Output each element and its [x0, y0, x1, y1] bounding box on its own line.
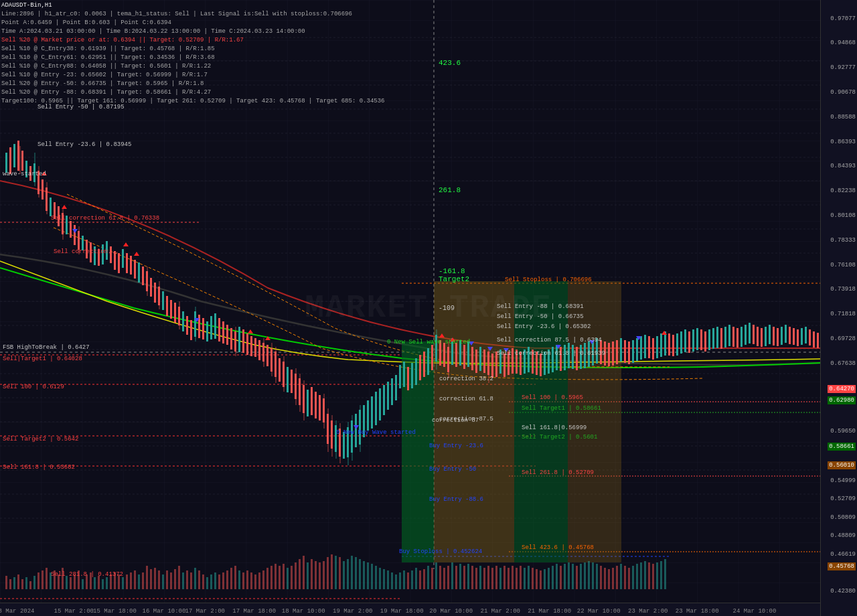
svg-rect-162	[367, 400, 369, 431]
time-mar23-18: 23 Mar 18:00	[676, 608, 719, 615]
svg-rect-214	[564, 345, 566, 370]
svg-rect-404	[512, 566, 514, 589]
svg-rect-226	[612, 341, 614, 366]
svg-rect-153	[343, 432, 345, 459]
svg-rect-193	[483, 350, 485, 373]
svg-rect-159	[359, 410, 361, 445]
svg-rect-401	[499, 568, 501, 589]
svg-rect-112	[230, 328, 232, 350]
svg-text:423.6: 423.6	[439, 59, 461, 67]
price-0586: 0.58661	[828, 443, 856, 451]
svg-rect-429	[612, 568, 614, 589]
svg-rect-231	[632, 340, 634, 363]
svg-rect-139	[307, 390, 309, 416]
svg-rect-330	[214, 572, 216, 589]
svg-rect-346	[279, 566, 281, 589]
svg-rect-328	[206, 577, 208, 589]
price-0783: 0.78333	[830, 237, 856, 244]
svg-rect-82	[126, 253, 128, 273]
svg-rect-293	[66, 576, 68, 589]
svg-rect-47	[9, 147, 11, 174]
svg-rect-312	[142, 572, 144, 589]
svg-rect-166	[383, 385, 385, 415]
svg-rect-373	[387, 570, 389, 589]
svg-text:-161.8: -161.8	[439, 267, 465, 275]
svg-text:Buy Entry -50: Buy Entry -50	[429, 466, 476, 473]
svg-rect-341	[258, 572, 260, 589]
svg-rect-358	[327, 557, 329, 589]
svg-rect-243	[680, 331, 682, 354]
price-0863: 0.86393	[830, 139, 856, 145]
svg-rect-91	[158, 287, 160, 305]
price-0970: 0.97077	[830, 15, 856, 22]
svg-rect-287	[42, 570, 44, 589]
svg-rect-218	[580, 345, 582, 369]
svg-rect-419	[572, 564, 574, 589]
svg-rect-111	[226, 325, 228, 345]
svg-text:Sell Target2 | 0.5601: Sell Target2 | 0.5601	[522, 434, 597, 441]
svg-text:Sell 423.6 | 0.45768: Sell 423.6 | 0.45768	[522, 544, 594, 551]
price-0643: 0.64270	[828, 385, 856, 393]
chart-area[interactable]: 423.6 261.8 -161.8 Target2 -109	[0, 0, 820, 603]
price-0718: 0.71818	[830, 311, 856, 317]
svg-rect-387	[443, 568, 445, 589]
price-0739: 0.73918	[830, 286, 856, 293]
svg-rect-58	[42, 179, 44, 200]
svg-rect-120	[258, 340, 260, 360]
time-mar22-10: 22 Mar 10:00	[577, 608, 621, 615]
svg-text:Sell Target1 | 0.58661: Sell Target1 | 0.58661	[522, 405, 601, 412]
svg-rect-377	[403, 570, 405, 589]
svg-rect-95	[170, 300, 172, 319]
svg-rect-407	[524, 568, 526, 589]
svg-rect-375	[395, 574, 397, 589]
svg-rect-133	[295, 374, 297, 399]
svg-rect-363	[347, 559, 349, 589]
svg-rect-300	[94, 577, 96, 589]
svg-rect-273	[801, 328, 803, 345]
svg-rect-230	[628, 341, 630, 364]
svg-rect-278	[5, 576, 7, 589]
svg-rect-354	[311, 559, 313, 589]
price-0822: 0.82238	[830, 187, 856, 194]
svg-rect-199	[503, 354, 505, 377]
svg-rect-176	[423, 352, 425, 377]
svg-rect-321	[178, 566, 180, 589]
svg-rect-371	[379, 568, 381, 589]
svg-rect-132	[291, 370, 293, 393]
svg-text:Sell|Target1 | 0.64028: Sell|Target1 | 0.64028	[3, 356, 82, 362]
svg-rect-196	[491, 354, 493, 378]
svg-rect-396	[479, 566, 481, 589]
svg-rect-192	[479, 347, 481, 371]
time-mar21-2: 21 Mar 2:00	[481, 608, 520, 615]
svg-rect-368	[367, 562, 369, 589]
svg-rect-249	[704, 331, 706, 352]
price-0423: 0.42380	[830, 588, 856, 595]
price-0697: 0.69728	[830, 335, 856, 342]
time-scale: 8 Mar 2024 15 Mar 2:00 15 Mar 18:00 16 M…	[0, 603, 820, 616]
svg-rect-437	[644, 561, 646, 589]
svg-rect-246	[692, 329, 694, 352]
svg-rect-256	[732, 327, 734, 347]
svg-text:correction 87: correction 87	[432, 417, 479, 424]
time-mar24-10: 24 Mar 10:00	[733, 608, 777, 615]
svg-rect-233	[640, 336, 642, 360]
svg-rect-417	[564, 564, 566, 589]
svg-rect-337	[242, 572, 244, 589]
svg-text:Sell correction 61.8 | 0.61939: Sell correction 61.8 | 0.61939	[497, 350, 605, 357]
svg-rect-59	[46, 187, 48, 211]
svg-rect-421	[580, 564, 582, 589]
svg-rect-336	[238, 570, 240, 589]
price-0457: 0.45768	[828, 562, 856, 570]
price-0948: 0.94868	[830, 40, 856, 46]
svg-rect-135	[299, 378, 301, 405]
svg-text:Sell 261.8 | 0.52709: Sell 261.8 | 0.52709	[522, 469, 594, 476]
svg-rect-228	[620, 338, 622, 362]
svg-rect-405	[516, 568, 518, 589]
svg-rect-297	[82, 579, 84, 589]
svg-rect-383	[427, 566, 429, 589]
svg-text:Sell Entry -23.6 | 0.83945: Sell Entry -23.6 | 0.83945	[37, 141, 131, 148]
svg-rect-440	[656, 562, 658, 589]
price-0885: 0.88588	[830, 114, 856, 121]
svg-rect-369	[371, 564, 373, 589]
svg-rect-382	[423, 569, 425, 589]
